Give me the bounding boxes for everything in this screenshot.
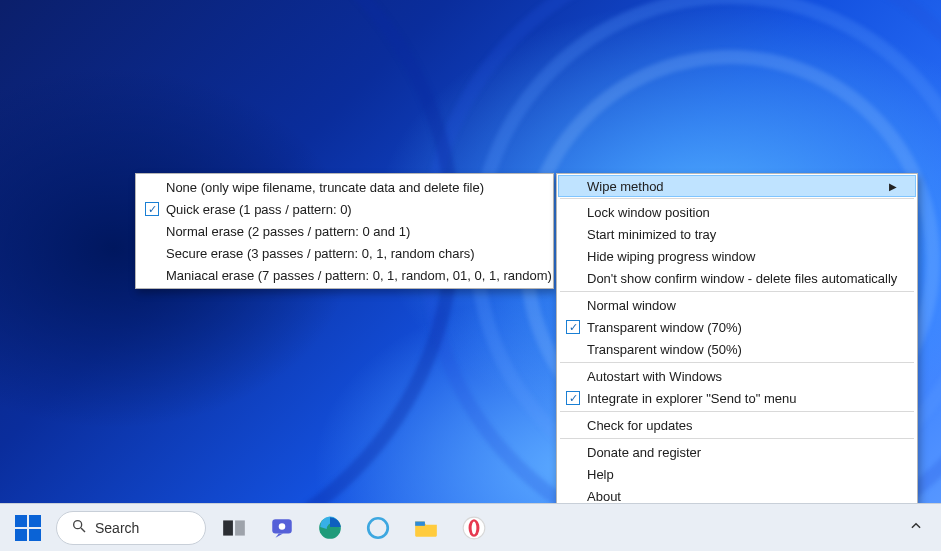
svg-point-7 [368, 518, 388, 538]
menu-item-label: Autostart with Windows [587, 369, 883, 384]
menu-item-label: Transparent window (50%) [587, 342, 883, 357]
svg-line-1 [81, 528, 85, 532]
menu-item[interactable]: ✓Integrate in explorer "Send to" menu [559, 387, 915, 409]
menu-item-label: Don't show confirm window - delete files… [587, 271, 897, 286]
menu-item[interactable]: Lock window position [559, 201, 915, 223]
menu-separator [560, 198, 914, 199]
menu-item[interactable]: Wipe method▶ [558, 175, 916, 197]
menu-item-checkbox-slot: ✓ [559, 320, 587, 334]
wipe-method-submenu: None (only wipe filename, truncate data … [135, 173, 554, 289]
menu-item[interactable]: Transparent window (50%) [559, 338, 915, 360]
menu-item[interactable]: Autostart with Windows [559, 365, 915, 387]
wipe-method-option[interactable]: Secure erase (3 passes / pattern: 0, 1, … [138, 242, 551, 264]
menu-item-label: Normal window [587, 298, 883, 313]
search-box[interactable]: Search [56, 511, 206, 545]
search-label: Search [95, 520, 139, 536]
menu-item[interactable]: Start minimized to tray [559, 223, 915, 245]
svg-point-11 [472, 521, 477, 534]
svg-rect-3 [235, 520, 245, 535]
taskbar-app-chat[interactable] [262, 508, 302, 548]
taskbar-app-task-view[interactable] [214, 508, 254, 548]
menu-item-label: About [587, 489, 883, 504]
desktop: None (only wipe filename, truncate data … [0, 0, 941, 551]
menu-item[interactable]: Don't show confirm window - delete files… [559, 267, 915, 289]
menu-item-checkbox-slot: ✓ [559, 391, 587, 405]
menu-item[interactable]: ✓Transparent window (70%) [559, 316, 915, 338]
checkmark-icon: ✓ [566, 320, 580, 334]
menu-separator [560, 362, 914, 363]
taskbar-app-file-explorer[interactable] [406, 508, 446, 548]
taskbar-app-edge[interactable] [310, 508, 350, 548]
menu-item-label: Help [587, 467, 883, 482]
menu-item[interactable]: Hide wiping progress window [559, 245, 915, 267]
search-icon [71, 518, 87, 537]
taskbar-app-opera[interactable] [454, 508, 494, 548]
wipe-method-option-label: Secure erase (3 passes / pattern: 0, 1, … [166, 246, 519, 261]
taskbar-app-cortana[interactable] [358, 508, 398, 548]
menu-item[interactable]: Donate and register [559, 441, 915, 463]
menu-separator [560, 411, 914, 412]
menu-item[interactable]: Normal window [559, 294, 915, 316]
wipe-method-option-label: None (only wipe filename, truncate data … [166, 180, 519, 195]
menu-separator [560, 438, 914, 439]
checkmark-icon: ✓ [145, 202, 159, 216]
menu-item-label: Check for updates [587, 418, 883, 433]
wipe-method-option-label: Maniacal erase (7 passes / pattern: 0, 1… [166, 268, 552, 283]
menu-item-label: Transparent window (70%) [587, 320, 883, 335]
svg-point-0 [74, 521, 82, 529]
menu-item-label: Integrate in explorer "Send to" menu [587, 391, 883, 406]
start-button[interactable] [8, 508, 48, 548]
tray-chevron-icon[interactable] [899, 519, 933, 536]
svg-point-5 [279, 523, 286, 530]
menu-item-label: Start minimized to tray [587, 227, 883, 242]
menu-item-label: Hide wiping progress window [587, 249, 883, 264]
wipe-method-option-label: Quick erase (1 pass / pattern: 0) [166, 202, 519, 217]
taskbar: Search [0, 503, 941, 551]
wipe-method-option[interactable]: ✓Quick erase (1 pass / pattern: 0) [138, 198, 551, 220]
wipe-method-option[interactable]: None (only wipe filename, truncate data … [138, 176, 551, 198]
checkmark-icon: ✓ [566, 391, 580, 405]
svg-rect-2 [223, 520, 233, 535]
menu-item[interactable]: Help [559, 463, 915, 485]
menu-item[interactable]: Check for updates [559, 414, 915, 436]
menu-separator [560, 291, 914, 292]
windows-logo-icon [15, 515, 41, 541]
submenu-arrow-icon: ▶ [889, 181, 897, 192]
wipe-method-option-checkbox-slot: ✓ [138, 202, 166, 216]
wipe-method-option[interactable]: Maniacal erase (7 passes / pattern: 0, 1… [138, 264, 551, 286]
wipe-method-option[interactable]: Normal erase (2 passes / pattern: 0 and … [138, 220, 551, 242]
svg-rect-8 [415, 521, 425, 525]
menu-item-label: Donate and register [587, 445, 883, 460]
wipe-method-option-label: Normal erase (2 passes / pattern: 0 and … [166, 224, 519, 239]
menu-item-label: Wipe method [587, 179, 883, 194]
context-menu: Wipe method▶Lock window positionStart mi… [556, 173, 918, 532]
menu-item-label: Lock window position [587, 205, 883, 220]
